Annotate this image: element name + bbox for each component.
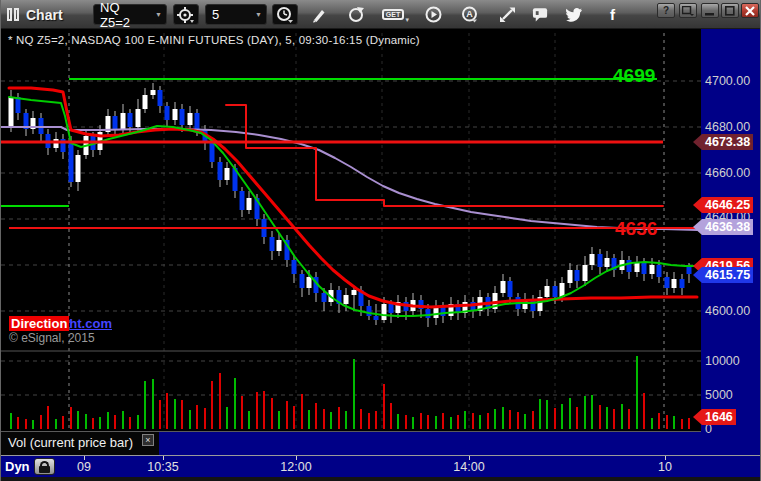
replay-button[interactable] bbox=[425, 6, 442, 23]
interval-dropdown[interactable]: 5 ▼ bbox=[205, 4, 267, 25]
candle-up bbox=[501, 281, 506, 293]
volume-bar bbox=[181, 400, 183, 429]
volume-bar bbox=[248, 411, 250, 429]
symbol-settings-button[interactable] bbox=[173, 4, 199, 25]
swap-tool-button[interactable] bbox=[499, 6, 516, 23]
facebook-share-button[interactable]: f bbox=[604, 6, 621, 23]
help-icon: ? bbox=[663, 5, 669, 16]
candle-down bbox=[210, 143, 215, 162]
svg-text:A: A bbox=[466, 9, 473, 19]
volume-bar bbox=[420, 413, 422, 429]
volume-bar bbox=[211, 381, 213, 429]
volume-bar bbox=[10, 413, 12, 429]
volume-bar bbox=[383, 384, 385, 429]
letter-a-icon: A bbox=[461, 6, 478, 23]
volume-bar bbox=[301, 394, 303, 429]
close-study-icon[interactable]: × bbox=[142, 434, 154, 446]
volume-bar bbox=[122, 411, 124, 429]
candle-down bbox=[367, 306, 372, 316]
window-menu-icon bbox=[682, 6, 694, 16]
time-label: 12:00 bbox=[274, 460, 318, 474]
chat-button[interactable] bbox=[532, 6, 549, 23]
window-bottom-edge bbox=[1, 477, 761, 481]
volume-bar bbox=[107, 412, 109, 429]
volume-bar bbox=[234, 378, 236, 429]
volume-bar bbox=[502, 407, 504, 429]
curved-arrow-icon bbox=[348, 6, 365, 23]
volume-bar bbox=[70, 407, 72, 429]
maximize-button[interactable] bbox=[721, 3, 739, 18]
gear-icon bbox=[177, 6, 195, 24]
volume-bar bbox=[606, 407, 608, 429]
facebook-icon: f bbox=[610, 6, 615, 23]
volume-bar bbox=[591, 395, 593, 429]
volume-bar bbox=[189, 410, 191, 429]
dynamic-mode-label[interactable]: Dyn bbox=[5, 459, 30, 474]
candle-up bbox=[9, 97, 14, 127]
volume-bar bbox=[532, 411, 534, 429]
volume-bar bbox=[584, 396, 586, 429]
axis-tick-label: 4660.00 bbox=[705, 166, 750, 180]
axis-tick-label: 4700.00 bbox=[705, 74, 750, 88]
draw-tool-button[interactable] bbox=[310, 6, 327, 23]
candle-down bbox=[598, 254, 603, 267]
candle-up bbox=[560, 283, 565, 297]
volume-bar bbox=[479, 415, 481, 429]
alerts-button[interactable]: A bbox=[461, 6, 478, 23]
candle-down bbox=[180, 109, 185, 125]
close-button[interactable] bbox=[741, 3, 759, 18]
minimize-icon bbox=[705, 6, 715, 16]
watermark-link[interactable]: ht.com bbox=[69, 316, 112, 331]
red-level-price-label: 4636 bbox=[615, 218, 701, 240]
get-data-button[interactable]: GET ▼ bbox=[384, 6, 408, 23]
time-label: 10 bbox=[643, 460, 687, 474]
volume-bar bbox=[85, 414, 87, 429]
play-icon bbox=[425, 6, 442, 23]
volume-bar bbox=[576, 407, 578, 429]
volume-bar bbox=[286, 401, 288, 429]
copyright-text: © eSignal, 2015 bbox=[9, 331, 95, 345]
time-axis-bar[interactable]: Dyn 0910:3512:0014:0010 bbox=[1, 455, 761, 477]
volume-bar bbox=[494, 409, 496, 429]
chart-plot-area[interactable] bbox=[1, 29, 701, 455]
interval-value: 5 bbox=[212, 7, 219, 22]
candle-up bbox=[76, 155, 81, 182]
candle-up bbox=[136, 109, 141, 127]
volume-bar bbox=[524, 414, 526, 429]
volume-bar bbox=[345, 411, 347, 429]
volume-bar bbox=[569, 398, 571, 429]
volume-bar bbox=[613, 409, 615, 429]
candle-up bbox=[151, 90, 156, 95]
window-menu-button[interactable] bbox=[679, 3, 697, 18]
chevron-down-icon: ▼ bbox=[149, 11, 162, 18]
twitter-share-button[interactable] bbox=[566, 6, 583, 23]
ma-mid-line bbox=[9, 88, 697, 307]
volume-bar bbox=[77, 411, 79, 429]
price-axis[interactable]: 4700.004680.004660.004640.004600.0010000… bbox=[701, 29, 761, 455]
volume-study-tab[interactable]: Vol (current price bar) × bbox=[1, 432, 159, 456]
volume-bar bbox=[487, 413, 489, 429]
get-label: GET bbox=[382, 9, 404, 20]
volume-bar bbox=[353, 359, 355, 429]
green-level-price-label: 4699 bbox=[613, 65, 699, 87]
candle-down bbox=[389, 304, 394, 313]
price-badge: 4615.75 bbox=[693, 267, 753, 283]
refresh-tool-button[interactable] bbox=[348, 6, 365, 23]
volume-bar bbox=[152, 379, 154, 429]
symbol-dropdown[interactable]: NQ Z5=2 ▼ bbox=[93, 4, 167, 25]
candle-up bbox=[143, 95, 148, 109]
minimize-button[interactable] bbox=[701, 3, 719, 18]
volume-bar bbox=[405, 415, 407, 429]
help-button[interactable]: ? bbox=[657, 3, 675, 18]
symbol-title: * NQ Z5=2, NASDAQ 100 E-MINI FUTURES (DA… bbox=[8, 34, 420, 46]
volume-bar bbox=[137, 415, 139, 429]
chart-window: Chart NQ Z5=2 ▼ 5 ▼ bbox=[0, 0, 761, 481]
lock-button[interactable] bbox=[34, 458, 55, 475]
volume-bar bbox=[464, 411, 466, 429]
time-settings-button[interactable] bbox=[272, 4, 298, 25]
volume-bar bbox=[472, 413, 474, 429]
volume-bar bbox=[315, 403, 317, 429]
volume-bar bbox=[330, 412, 332, 429]
candle-up bbox=[173, 109, 178, 120]
watermark-highlight: Direction bbox=[9, 316, 69, 331]
